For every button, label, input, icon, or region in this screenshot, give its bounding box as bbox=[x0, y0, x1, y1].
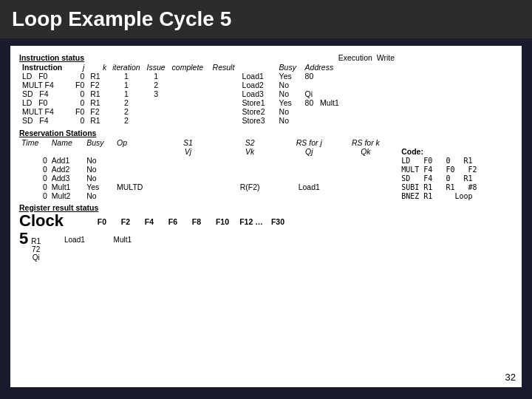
page-title: Loop Example Cycle 5 bbox=[12, 7, 231, 31]
content-area: Instruction status Execution Write Instr… bbox=[10, 46, 522, 387]
rs-row: 0 Mult1 Yes MULTD R(F2) Load1 SUBI R1 R1… bbox=[19, 183, 513, 191]
rs-row: 0 Mult2 No BNEZ R1 Loop bbox=[19, 191, 513, 200]
col-exec: complete bbox=[169, 63, 210, 72]
clock-label: Clock bbox=[19, 213, 64, 229]
table-row: SD F4 0 R1 2 Store3 No bbox=[19, 116, 342, 125]
r1-value: 72 bbox=[32, 245, 40, 253]
col-iteration: iteration bbox=[109, 63, 143, 72]
table-row: SD F4 0 R1 1 3 Load3 No Qi bbox=[19, 89, 342, 98]
rs-table: Time Name Busy Op S1 S2 RS for j RS for … bbox=[19, 138, 513, 200]
col-j: j bbox=[65, 63, 87, 72]
register-result-section: Register result status Clock F0 F2 F4 F6… bbox=[19, 203, 513, 262]
col-result: Result bbox=[210, 63, 239, 72]
qi-label: Qi bbox=[33, 253, 40, 262]
col-busy: Busy bbox=[276, 63, 302, 72]
clock-value: 5 bbox=[19, 229, 28, 248]
col-issue: Issue bbox=[143, 63, 169, 72]
table-row: LD F0 0 R1 1 1 Load1 Yes 80 bbox=[19, 72, 342, 81]
table-row: LD F0 0 R1 2 Store1 Yes 80 Mult1 bbox=[19, 98, 342, 107]
title-bar: Loop Example Cycle 5 bbox=[0, 0, 532, 38]
table-row: MULT F4 F0 F2 1 2 Load2 No bbox=[19, 81, 342, 89]
table-row: MULT F4 F0 F2 2 Store2 No bbox=[19, 107, 342, 116]
exec-write-label: Execution Write bbox=[338, 53, 395, 62]
instruction-status-label: Instruction status bbox=[19, 53, 84, 62]
rs-row: 0 Add2 No MULT F4 F0 F2 bbox=[19, 165, 513, 174]
page-number: 32 bbox=[505, 372, 516, 383]
reservation-label: Reservation Stations bbox=[19, 129, 96, 137]
register-table: F0 F2 F4 F6 F8 F10 F12 … F30 bbox=[69, 217, 290, 226]
rs-row: 0 Add1 No LD F0 0 R1 bbox=[19, 156, 513, 165]
col-instruction: Instruction bbox=[19, 63, 65, 72]
rs-row: 0 Add3 No SD F4 0 R1 bbox=[19, 174, 513, 183]
instruction-table: Instruction j k iteration Issue complete… bbox=[19, 63, 342, 125]
col-k: k bbox=[87, 63, 109, 72]
col-address: Address bbox=[302, 63, 342, 72]
register-value-table: Load1 Mult1 bbox=[62, 236, 263, 244]
r1-label: R1 bbox=[31, 237, 41, 245]
reservation-stations-section: Reservation Stations Time Name Busy Op S… bbox=[19, 129, 513, 200]
